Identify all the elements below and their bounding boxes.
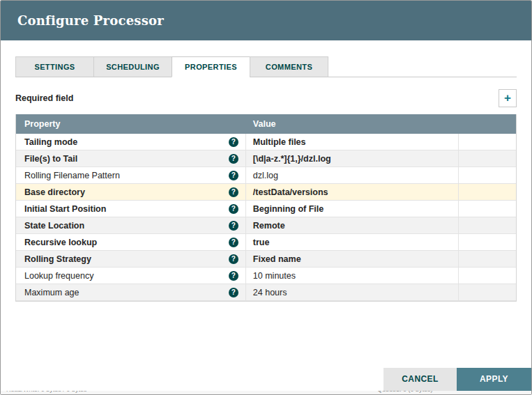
property-name: Rolling Filename Pattern bbox=[24, 171, 120, 180]
property-name-cell[interactable]: File(s) to Tail? bbox=[16, 150, 246, 166]
table-row[interactable]: Lookup frequency?10 minutes bbox=[16, 268, 516, 284]
help-icon[interactable]: ? bbox=[229, 221, 238, 231]
help-icon[interactable]: ? bbox=[229, 171, 238, 180]
row-spacer bbox=[459, 134, 516, 150]
property-name: Base directory bbox=[24, 187, 85, 197]
property-value[interactable]: [\d|a-z.*]{1,}/dzl.log bbox=[246, 150, 459, 166]
property-name-cell[interactable]: Recursive lookup? bbox=[16, 234, 246, 250]
property-name-cell[interactable]: Tailing mode? bbox=[16, 134, 246, 150]
row-spacer bbox=[459, 217, 516, 233]
property-value[interactable]: Multiple files bbox=[246, 134, 459, 150]
help-icon[interactable]: ? bbox=[229, 288, 238, 297]
property-name: Tailing mode bbox=[24, 137, 77, 147]
row-spacer bbox=[459, 150, 516, 166]
help-icon[interactable]: ? bbox=[229, 137, 238, 147]
help-icon[interactable]: ? bbox=[229, 204, 238, 214]
property-name: State Location bbox=[24, 221, 84, 231]
property-name-cell[interactable]: Rolling Filename Pattern? bbox=[16, 167, 246, 183]
table-toolbar: Required field + bbox=[15, 89, 517, 107]
property-name-cell[interactable]: State Location? bbox=[16, 217, 246, 233]
property-name-cell[interactable]: Maximum age? bbox=[16, 284, 246, 300]
property-value[interactable]: 24 hours bbox=[246, 284, 459, 300]
property-value[interactable]: /testData/versions bbox=[246, 184, 459, 200]
help-icon[interactable]: ? bbox=[229, 187, 238, 197]
row-spacer bbox=[459, 234, 516, 250]
dialog-footer: CANCEL APPLY bbox=[383, 368, 531, 391]
help-icon[interactable]: ? bbox=[229, 271, 238, 281]
dialog-body: SETTINGS SCHEDULING PROPERTIES COMMENTS … bbox=[1, 56, 531, 302]
help-icon[interactable]: ? bbox=[229, 154, 238, 164]
add-property-button[interactable]: + bbox=[499, 89, 517, 107]
properties-table-body: Tailing mode?Multiple filesFile(s) to Ta… bbox=[16, 134, 516, 301]
property-name-cell[interactable]: Rolling Strategy? bbox=[16, 251, 246, 267]
property-name: Recursive lookup bbox=[24, 238, 97, 247]
tab-comments[interactable]: COMMENTS bbox=[250, 56, 328, 77]
tab-settings[interactable]: SETTINGS bbox=[15, 56, 94, 77]
table-row[interactable]: Recursive lookup?true bbox=[16, 234, 516, 251]
table-row[interactable]: Rolling Strategy?Fixed name bbox=[16, 251, 516, 268]
row-spacer bbox=[459, 284, 516, 300]
column-header-value: Value bbox=[246, 119, 459, 129]
table-row[interactable]: Rolling Filename Pattern?dzl.log bbox=[16, 167, 516, 184]
dialog-header: Configure Processor bbox=[1, 1, 531, 40]
cancel-button[interactable]: CANCEL bbox=[383, 368, 457, 391]
tab-bar: SETTINGS SCHEDULING PROPERTIES COMMENTS bbox=[15, 56, 517, 77]
property-name-cell[interactable]: Initial Start Position? bbox=[16, 201, 246, 217]
tab-properties[interactable]: PROPERTIES bbox=[172, 56, 250, 77]
column-header-property: Property bbox=[16, 119, 246, 129]
dialog-title: Configure Processor bbox=[17, 13, 164, 28]
configure-processor-dialog: Configure Processor SETTINGS SCHEDULING … bbox=[1, 1, 531, 391]
table-row[interactable]: Maximum age?24 hours bbox=[16, 284, 516, 301]
property-value[interactable]: 10 minutes bbox=[246, 268, 459, 284]
properties-table: Property Value Tailing mode?Multiple fil… bbox=[15, 114, 517, 302]
row-spacer bbox=[459, 268, 516, 284]
property-name-cell[interactable]: Base directory? bbox=[16, 184, 246, 200]
table-row[interactable]: Tailing mode?Multiple files bbox=[16, 134, 516, 150]
table-row[interactable]: File(s) to Tail?[\d|a-z.*]{1,}/dzl.log bbox=[16, 150, 516, 167]
property-name: Maximum age bbox=[24, 288, 79, 297]
property-name-cell[interactable]: Lookup frequency? bbox=[16, 268, 246, 284]
property-value[interactable]: Fixed name bbox=[246, 251, 459, 267]
screen: Read/Write: 0 bytes / 0 bytes Queued: 0 … bbox=[0, 0, 532, 395]
help-icon[interactable]: ? bbox=[229, 254, 238, 264]
apply-button[interactable]: APPLY bbox=[457, 368, 531, 391]
required-field-label: Required field bbox=[15, 93, 73, 103]
property-value[interactable]: true bbox=[246, 234, 459, 250]
table-row[interactable]: Base directory?/testData/versions bbox=[16, 184, 516, 201]
property-name: Rolling Strategy bbox=[24, 254, 91, 264]
help-icon[interactable]: ? bbox=[229, 238, 238, 247]
property-name: File(s) to Tail bbox=[24, 154, 77, 164]
property-name: Lookup frequency bbox=[24, 271, 93, 281]
row-spacer bbox=[459, 167, 516, 183]
row-spacer bbox=[459, 201, 516, 217]
properties-table-header: Property Value bbox=[16, 114, 516, 134]
property-value[interactable]: Remote bbox=[246, 217, 459, 233]
table-row[interactable]: State Location?Remote bbox=[16, 217, 516, 234]
property-value[interactable]: Beginning of File bbox=[246, 201, 459, 217]
row-spacer bbox=[459, 251, 516, 267]
property-value[interactable]: dzl.log bbox=[246, 167, 459, 183]
tab-scheduling[interactable]: SCHEDULING bbox=[93, 56, 172, 77]
property-name: Initial Start Position bbox=[24, 204, 106, 214]
table-row[interactable]: Initial Start Position?Beginning of File bbox=[16, 201, 516, 217]
row-spacer bbox=[459, 184, 516, 200]
